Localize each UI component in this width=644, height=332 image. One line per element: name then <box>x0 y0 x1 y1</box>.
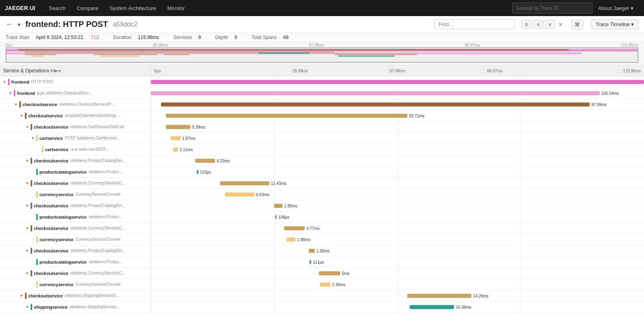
span-bar-row[interactable]: 59.71ms <box>151 110 644 121</box>
span-bar[interactable] <box>161 102 590 107</box>
keyboard-shortcuts-button[interactable]: ⌘ <box>571 20 583 29</box>
span-toggle[interactable]: ▾ <box>24 305 30 309</box>
span-bar[interactable] <box>166 114 407 118</box>
expand-all-button[interactable]: » <box>58 68 61 74</box>
span-service-row[interactable]: productcatalogserviceoteldemo.Produc... <box>0 166 151 178</box>
span-service-row[interactable]: ▾frontendHTTP POST <box>0 76 151 88</box>
span-bar[interactable] <box>173 148 178 152</box>
span-bar-row[interactable]: 97.99ms <box>151 99 644 110</box>
span-bar[interactable] <box>151 80 644 84</box>
span-bar-row[interactable]: 123μs <box>151 166 644 178</box>
back-button[interactable]: ← <box>6 20 13 29</box>
span-service-row[interactable]: currencyserviceCurrencyService/Convert <box>0 189 151 200</box>
span-service-row[interactable]: ▾checkoutserviceoteldemo.ProductCatalogS… <box>0 245 151 256</box>
span-bar-row[interactable]: 4.33ms <box>151 155 644 166</box>
span-bar[interactable] <box>225 193 255 197</box>
span-bar[interactable] <box>319 271 341 275</box>
span-bar[interactable] <box>197 170 198 174</box>
span-toggle[interactable]: ▾ <box>24 248 30 253</box>
span-bar[interactable] <box>309 249 315 253</box>
span-bar-row[interactable]: 5.39ms <box>151 121 644 133</box>
span-bar-row[interactable]: 6.63ms <box>151 189 644 200</box>
close-find-button[interactable]: ✕ <box>558 21 563 28</box>
span-service-row[interactable]: ▾cartservicePOST /oteldemo.CartService/G… <box>0 133 151 144</box>
nav-compare[interactable]: Compare <box>71 0 104 16</box>
span-bar[interactable] <box>284 226 305 230</box>
span-bar-row[interactable]: 4.77ms <box>151 223 644 234</box>
span-bar-row[interactable]: 11.43ms <box>151 178 644 189</box>
span-bar-row[interactable]: 105.54ms <box>151 88 644 99</box>
span-service-row[interactable]: ▾checkoutserviceoteldemo.CartService/Get… <box>0 121 151 133</box>
minimap-selection[interactable] <box>6 47 638 63</box>
span-toggle[interactable]: ▾ <box>24 158 30 163</box>
span-toggle[interactable]: ▾ <box>2 80 7 84</box>
find-up-button[interactable]: ∧ <box>533 20 543 29</box>
span-toggle[interactable]: ▾ <box>19 293 24 298</box>
span-bar[interactable] <box>220 181 270 185</box>
span-bar-row[interactable]: 14.26ms <box>151 290 644 301</box>
span-toggle[interactable]: ▾ <box>24 271 30 275</box>
nav-system-architecture[interactable]: System Architecture <box>104 0 162 16</box>
span-toggle[interactable]: ▾ <box>7 91 13 95</box>
span-toggle[interactable]: ▾ <box>19 113 24 118</box>
span-bar-row[interactable]: 1.98ms <box>151 234 644 245</box>
span-bar-row[interactable] <box>151 76 644 88</box>
span-service-row[interactable]: ▾frontendgrpc.oteldemo.CheckoutService/P… <box>0 88 151 99</box>
span-service-row[interactable]: cartservice➜ ● redis-cart:6379 ... <box>0 144 151 155</box>
span-bar[interactable] <box>287 238 295 242</box>
span-service-row[interactable]: ▾checkoutserviceoteldemo.CurrencyService… <box>0 268 151 279</box>
span-bar-row[interactable]: 2.36ms <box>151 279 644 290</box>
span-toggle[interactable]: ▾ <box>24 203 30 208</box>
span-service-row[interactable]: currencyserviceCurrencyService/Convert <box>0 279 151 290</box>
span-bar[interactable] <box>310 260 311 264</box>
timeline-view-dropdown[interactable]: Trace Timeline ▾ <box>591 19 638 29</box>
find-down-button[interactable]: ∨ <box>545 20 555 29</box>
about-jaeger-button[interactable]: About Jaeger ▾ <box>592 0 639 16</box>
span-bar-row[interactable]: 1.85ms <box>151 200 644 211</box>
span-toggle[interactable]: ▾ <box>24 125 30 129</box>
span-bar-row[interactable]: 1.11ms <box>151 144 644 155</box>
nav-monitor[interactable]: Monitor <box>162 0 190 16</box>
span-service-row[interactable]: ▾checkoutserviceoteldemo.ProductCatalogS… <box>0 155 151 166</box>
collapse-all-button[interactable]: ∨ <box>46 68 50 74</box>
span-toggle[interactable]: ▾ <box>30 136 35 140</box>
span-service-row[interactable]: currencyserviceCurrencyService/Convert <box>0 234 151 245</box>
span-color-indicator <box>36 281 38 288</box>
span-bar[interactable] <box>274 204 283 208</box>
lookup-trace-input[interactable] <box>512 2 592 14</box>
nav-search[interactable]: Search <box>43 0 71 16</box>
span-service-row[interactable]: ▾shippingserviceoteldemo.ShippingService… <box>0 301 151 313</box>
span-bar[interactable] <box>275 215 277 219</box>
span-service-row[interactable]: ▾checkoutserviceprepareOrderItemsAndShip… <box>0 110 151 121</box>
span-bar-row[interactable]: 10.38ms <box>151 301 644 313</box>
span-toggle[interactable]: ▾ <box>24 226 30 230</box>
span-service-row[interactable]: ▾checkoutserviceoteldemo.ProductCatalogS… <box>0 200 151 211</box>
find-prev-button[interactable]: ⊙ <box>521 20 532 29</box>
expand-next-button[interactable]: > <box>50 68 53 74</box>
span-service-row[interactable]: ▾checkoutserviceoteldemo.CurrencyService… <box>0 178 151 189</box>
services-value: 9 <box>198 35 201 40</box>
span-bar[interactable] <box>166 125 190 129</box>
span-bar[interactable] <box>151 91 600 95</box>
span-bar[interactable] <box>171 136 181 140</box>
minimap[interactable] <box>6 47 638 63</box>
span-service-row[interactable]: ▾checkoutserviceoteldemo.ShippingService… <box>0 290 151 301</box>
span-bar[interactable] <box>410 305 454 309</box>
span-bar-row[interactable]: 1.87ms <box>151 133 644 144</box>
find-input[interactable] <box>434 19 515 29</box>
span-bar-row[interactable]: 1.36ms <box>151 245 644 256</box>
span-bar-row[interactable]: 111μs <box>151 256 644 268</box>
span-service-row[interactable]: ▾checkoutserviceoteldemo.CheckoutService… <box>0 99 151 110</box>
span-bar-row[interactable]: 5ms <box>151 268 644 279</box>
span-bar-row[interactable]: 108μs <box>151 211 644 223</box>
span-bar[interactable] <box>407 294 471 298</box>
span-service-row[interactable]: productcatalogserviceoteldemo.Produc... <box>0 256 151 268</box>
span-toggle[interactable]: ▾ <box>24 181 30 185</box>
span-toggle[interactable]: ▾ <box>13 102 19 107</box>
expand-children-button[interactable]: ≫ <box>53 68 58 74</box>
span-service-row[interactable]: ▾checkoutserviceoteldemo.CurrencyService… <box>0 223 151 234</box>
span-bar[interactable] <box>320 283 330 287</box>
span-bar[interactable] <box>195 159 215 163</box>
collapse-button[interactable]: ▾ <box>18 21 21 28</box>
span-service-row[interactable]: productcatalogserviceoteldemo.Produc... <box>0 211 151 223</box>
